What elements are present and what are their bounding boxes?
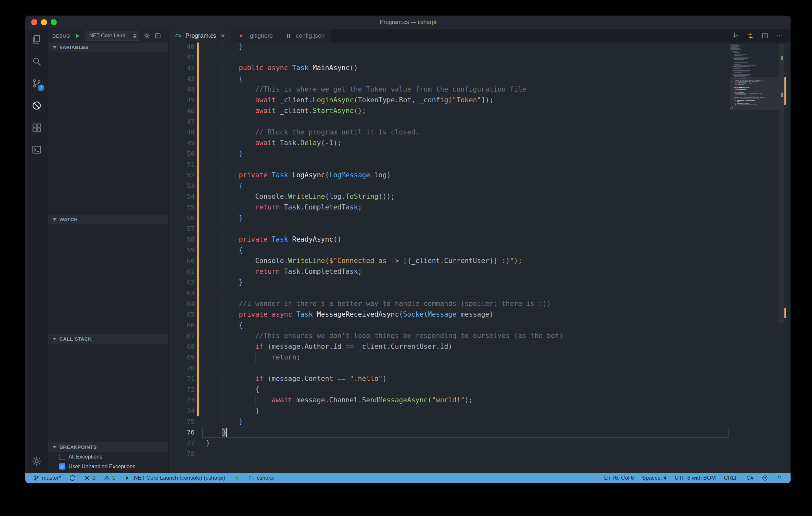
play-icon xyxy=(124,475,130,481)
status-sync[interactable] xyxy=(69,473,76,483)
status-errors[interactable]: 0 xyxy=(84,473,95,483)
activity-item-terminal[interactable] xyxy=(29,142,45,157)
git-modified-indicator xyxy=(197,309,199,320)
line-number: 69 xyxy=(169,352,195,363)
code-line-65[interactable]: 65 private async Task MessageReceivedAsy… xyxy=(169,309,790,320)
code-line-75[interactable]: 75 } xyxy=(169,416,790,427)
status-encoding[interactable]: UTF-8 with BOM xyxy=(675,473,716,483)
activity-item-extensions[interactable] xyxy=(29,120,45,135)
code-line-58[interactable]: 58 private Task ReadyAsync() xyxy=(169,234,790,245)
tab--gitignore[interactable]: .gitignore xyxy=(231,29,279,42)
code-line-40[interactable]: 40 } xyxy=(169,42,790,52)
code-line-74[interactable]: 74 } xyxy=(169,405,790,416)
code-line-47[interactable]: 47 xyxy=(169,116,790,127)
code-line-51[interactable]: 51 xyxy=(169,159,790,170)
section-header-call-stack[interactable]: CALL STACK xyxy=(48,334,168,343)
code-line-42[interactable]: 42 public async Task MainAsync() xyxy=(169,63,790,73)
indent-guide xyxy=(223,105,223,116)
status-warnings[interactable]: 0 xyxy=(104,473,115,483)
code-text: } xyxy=(206,439,210,447)
activity-item-settings[interactable] xyxy=(29,453,45,469)
checkbox[interactable] xyxy=(59,454,65,460)
status-workspace[interactable]: csharpi xyxy=(248,473,275,483)
git-file-icon xyxy=(237,32,245,39)
code-line-56[interactable]: 56 } xyxy=(169,213,790,223)
code-line-68[interactable]: 68 if (message.Author.Id == _client.Curr… xyxy=(169,341,790,352)
scm-badge: 2 xyxy=(38,85,45,91)
status-language-mode[interactable]: C# xyxy=(746,473,754,483)
code-line-71[interactable]: 71 if (message.Content == ".hello") xyxy=(169,373,790,384)
section-header-variables[interactable]: VARIABLES xyxy=(48,42,168,52)
status-cursor-position[interactable]: Ln 76, Col 6 xyxy=(604,473,634,483)
code-line-59[interactable]: 59 { xyxy=(169,245,790,255)
code-line-44[interactable]: 44 //This is where we get the Token valu… xyxy=(169,84,790,95)
code-line-55[interactable]: 55 return Task.CompletedTask; xyxy=(169,202,790,213)
close-tab-icon[interactable]: × xyxy=(221,32,225,40)
code-line-50[interactable]: 50 } xyxy=(169,148,790,159)
minimize-window-button[interactable] xyxy=(41,19,47,25)
open-debug-console-icon[interactable] xyxy=(154,32,162,39)
code-line-67[interactable]: 67 //This ensures we don't loop things b… xyxy=(169,331,790,341)
close-window-button[interactable] xyxy=(31,19,37,25)
indent-guide xyxy=(223,95,223,105)
checkbox[interactable]: ✓ xyxy=(59,463,65,469)
status-indentation[interactable]: Spaces: 4 xyxy=(642,473,667,483)
code-line-45[interactable]: 45 await _client.LoginAsync(TokenType.Bo… xyxy=(169,95,790,105)
status-eol[interactable]: CRLF xyxy=(724,473,738,483)
activity-item-source-control[interactable]: 2 xyxy=(29,75,45,91)
title-bar[interactable]: Program.cs — csharpi xyxy=(25,16,790,29)
activity-item-search[interactable] xyxy=(29,54,45,69)
breakpoint-option[interactable]: ✓User-Unhandled Exceptions xyxy=(48,461,168,471)
code-line-57[interactable]: 57 xyxy=(169,223,790,234)
code-line-62[interactable]: 62 } xyxy=(169,277,790,288)
open-changes-icon[interactable] xyxy=(747,32,754,40)
more-actions-icon[interactable] xyxy=(776,32,783,40)
code-line-54[interactable]: 54 Console.WriteLine(log.ToString()); xyxy=(169,191,790,202)
indent-guide xyxy=(223,384,223,395)
status-feedback[interactable] xyxy=(762,473,768,483)
tab-program-cs[interactable]: C#Program.cs× xyxy=(169,29,231,42)
zoom-window-button[interactable] xyxy=(51,19,57,25)
code-line-41[interactable]: 41 xyxy=(169,52,790,63)
code-line-69[interactable]: 69 return; xyxy=(169,352,790,363)
code-line-72[interactable]: 72 { xyxy=(169,384,790,395)
code-line-49[interactable]: 49 await Task.Delay(-1); xyxy=(169,138,790,148)
debug-config-select[interactable]: .NET Core Laun xyxy=(85,31,139,40)
status-debug-target[interactable]: .NET Core Launch (console) (csharpi) xyxy=(124,473,225,483)
minimap[interactable] xyxy=(730,44,779,113)
status-live-status[interactable] xyxy=(234,473,240,483)
split-editor-icon[interactable] xyxy=(761,32,769,40)
code-line-52[interactable]: 52 private Task LogAsync(LogMessage log) xyxy=(169,170,790,181)
minimap-slider[interactable] xyxy=(730,77,779,110)
line-number: 50 xyxy=(169,148,195,159)
code-line-64[interactable]: 64 //I wonder if there's a better way to… xyxy=(169,298,790,309)
section-header-watch[interactable]: WATCH xyxy=(48,215,168,224)
section-header-breakpoints[interactable]: BREAKPOINTS xyxy=(48,442,168,452)
start-debugging-button[interactable] xyxy=(74,32,81,39)
indent-guide xyxy=(223,138,223,148)
editor-scrollbar[interactable] xyxy=(779,44,784,323)
configure-launch-gear-icon[interactable] xyxy=(143,32,150,39)
breakpoint-option[interactable]: All Exceptions xyxy=(48,452,168,461)
status-git-branch[interactable]: master* xyxy=(33,473,61,483)
code-line-61[interactable]: 61 return Task.CompletedTask; xyxy=(169,266,790,277)
code-line-78[interactable]: 78 xyxy=(169,449,790,459)
code-line-60[interactable]: 60 Console.WriteLine($"Connected as -> [… xyxy=(169,255,790,266)
code-line-46[interactable]: 46 await _client.StartAsync(); xyxy=(169,105,790,116)
code-line-76[interactable]: 76 } xyxy=(169,427,790,438)
code-line-77[interactable]: 77} xyxy=(169,438,790,449)
code-line-73[interactable]: 73 await message.Channel.SendMessageAsyn… xyxy=(169,395,790,405)
sync-changes-icon[interactable] xyxy=(732,32,740,40)
code-line-70[interactable]: 70 xyxy=(169,363,790,373)
git-modified-indicator xyxy=(197,277,199,288)
code-line-48[interactable]: 48 // Block the program until it is clos… xyxy=(169,127,790,138)
code-editor[interactable]: 40 }4142 public async Task MainAsync()43… xyxy=(169,42,790,473)
status-notifications[interactable] xyxy=(776,473,783,483)
code-line-63[interactable]: 63 xyxy=(169,288,790,298)
activity-item-explorer[interactable] xyxy=(29,31,45,47)
code-line-66[interactable]: 66 { xyxy=(169,320,790,331)
code-line-43[interactable]: 43 { xyxy=(169,73,790,84)
activity-item-debug[interactable] xyxy=(29,98,45,113)
tab-config-json[interactable]: {}config.json xyxy=(279,29,331,42)
code-line-53[interactable]: 53 { xyxy=(169,181,790,191)
